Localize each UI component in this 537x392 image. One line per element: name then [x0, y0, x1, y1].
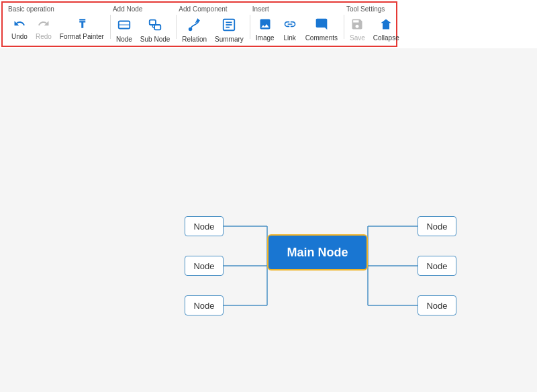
- comments-label: Comments: [305, 34, 338, 42]
- node-label: Node: [116, 36, 132, 43]
- summary-icon: [222, 17, 236, 34]
- toolbar-group-label-1: Add Node: [113, 4, 173, 14]
- sub-node-button[interactable]: Sub Node: [137, 15, 173, 45]
- toolbar-group-label-2: Add Component: [179, 4, 247, 14]
- link-label: Link: [283, 34, 295, 42]
- left-node-3[interactable]: Node: [185, 295, 224, 315]
- right-node-2[interactable]: Node: [418, 256, 456, 276]
- link-icon: [283, 17, 297, 33]
- toolbar: Basic operationUndoRedoFormat PainterAdd…: [1, 1, 397, 47]
- relation-icon: [187, 17, 202, 34]
- summary-button[interactable]: Summary: [211, 15, 247, 45]
- toolbar-group-label-3: Insert: [252, 4, 341, 14]
- svg-marker-7: [196, 19, 199, 22]
- toolbar-group-insert: InsertImageLinkComments: [250, 4, 344, 44]
- summary-label: Summary: [215, 36, 244, 43]
- save-icon: [350, 17, 364, 33]
- undo-label: Undo: [11, 33, 28, 40]
- save-label: Save: [350, 34, 365, 42]
- collapse-icon: [379, 17, 393, 33]
- toolbar-group-add-component: Add ComponentRelationSummary: [176, 4, 250, 44]
- link-button[interactable]: Link: [279, 15, 301, 44]
- right-node-1[interactable]: Node: [418, 216, 456, 236]
- left-node-2[interactable]: Node: [185, 256, 224, 276]
- collapse-label: Collapse: [373, 34, 399, 42]
- undo-icon: [13, 17, 26, 32]
- sub-node-label: Sub Node: [140, 36, 170, 43]
- image-icon: [258, 17, 272, 33]
- main-node[interactable]: Main Node: [267, 234, 368, 271]
- left-node-1[interactable]: Node: [185, 216, 224, 236]
- format-painter-button[interactable]: Format Painter: [56, 15, 107, 42]
- redo-button[interactable]: Redo: [32, 15, 55, 42]
- node-button[interactable]: Node: [113, 15, 136, 45]
- redo-label: Redo: [36, 33, 52, 40]
- svg-rect-3: [154, 25, 160, 30]
- svg-rect-2: [150, 20, 156, 25]
- image-label: Image: [256, 34, 275, 42]
- save-button[interactable]: Save: [346, 15, 369, 44]
- toolbar-group-basic-operation: Basic operationUndoRedoFormat Painter: [5, 4, 110, 44]
- node-icon: [117, 17, 132, 34]
- format-painter-label: Format Painter: [60, 33, 104, 40]
- collapse-button[interactable]: Collapse: [370, 15, 403, 44]
- toolbar-group-label-4: Tool Settings: [346, 4, 403, 14]
- comments-button[interactable]: Comments: [302, 15, 341, 44]
- toolbar-group-label-0: Basic operation: [8, 4, 107, 14]
- toolbar-group-tool-settings: Tool SettingsSaveCollapse: [344, 4, 405, 44]
- comments-icon: [315, 17, 328, 33]
- redo-icon: [38, 17, 50, 32]
- relation-button[interactable]: Relation: [179, 15, 210, 45]
- connections-svg: [0, 48, 537, 392]
- svg-point-6: [189, 28, 191, 31]
- toolbar-group-add-node: Add NodeNodeSub Node: [110, 4, 176, 44]
- undo-button[interactable]: Undo: [8, 15, 31, 42]
- right-node-3[interactable]: Node: [418, 295, 456, 315]
- canvas: Node Node Node Main Node Node Node Node: [0, 48, 537, 392]
- sub-node-icon: [148, 17, 162, 34]
- relation-label: Relation: [182, 36, 207, 43]
- image-button[interactable]: Image: [252, 15, 278, 44]
- format-painter-icon: [76, 17, 88, 32]
